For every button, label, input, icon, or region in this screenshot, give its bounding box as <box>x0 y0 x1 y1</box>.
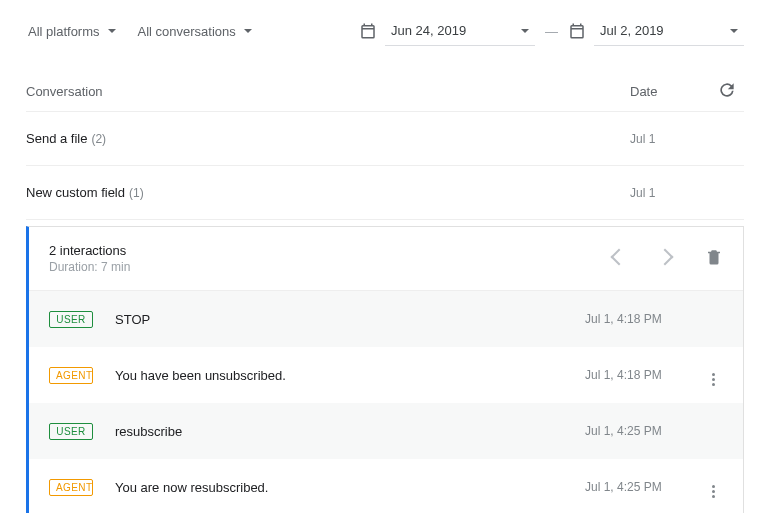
message-text: STOP <box>115 312 585 327</box>
conversation-date: Jul 1 <box>630 132 710 146</box>
conversation-title: Send a file <box>26 131 87 146</box>
platform-dropdown-label: All platforms <box>28 24 100 39</box>
conversation-row[interactable]: New custom field(1)Jul 1 <box>26 166 744 220</box>
delete-button[interactable] <box>705 248 723 269</box>
message-row: AGENTYou have been unsubscribed.Jul 1, 4… <box>29 347 743 403</box>
message-more[interactable] <box>703 364 723 386</box>
more-icon[interactable] <box>712 485 715 498</box>
column-date: Date <box>630 84 710 99</box>
message-row: USERSTOPJul 1, 4:18 PM <box>29 291 743 347</box>
session-header: 2 interactions Duration: 7 min <box>29 227 743 291</box>
message-text: resubscribe <box>115 424 585 439</box>
conversation-title: New custom field <box>26 185 125 200</box>
message-time: Jul 1, 4:25 PM <box>585 424 703 438</box>
message-row: USERresubscribeJul 1, 4:25 PM <box>29 403 743 459</box>
caret-down-icon <box>730 29 738 33</box>
message-row: AGENTYou are now resubscribed.Jul 1, 4:2… <box>29 459 743 513</box>
caret-down-icon <box>521 29 529 33</box>
date-end-picker[interactable]: Jul 2, 2019 <box>594 16 744 46</box>
role-badge: AGENT <box>49 367 93 384</box>
date-range-separator: — <box>535 24 568 39</box>
calendar-icon <box>568 22 586 40</box>
session-interactions-count: 2 interactions <box>49 243 613 258</box>
message-more[interactable] <box>703 476 723 498</box>
platform-dropdown[interactable]: All platforms <box>26 20 126 43</box>
role-badge: USER <box>49 311 93 328</box>
conversation-row[interactable]: Send a file(2)Jul 1 <box>26 112 744 166</box>
conversation-date: Jul 1 <box>630 186 710 200</box>
prev-button[interactable] <box>613 251 625 266</box>
role-badge: USER <box>49 423 93 440</box>
next-button[interactable] <box>659 251 671 266</box>
session-duration: Duration: 7 min <box>49 260 613 274</box>
caret-down-icon <box>108 29 116 33</box>
conversations-dropdown-label: All conversations <box>138 24 236 39</box>
message-time: Jul 1, 4:25 PM <box>585 480 703 494</box>
chevron-right-icon <box>657 249 674 266</box>
caret-down-icon <box>244 29 252 33</box>
message-list: USERSTOPJul 1, 4:18 PMAGENTYou have been… <box>29 291 743 513</box>
calendar-icon <box>359 22 377 40</box>
conversation-list: Send a file(2)Jul 1New custom field(1)Ju… <box>26 112 744 220</box>
filter-bar: All platforms All conversations Jun 24, … <box>26 8 744 54</box>
role-badge: AGENT <box>49 479 93 496</box>
date-start-picker[interactable]: Jun 24, 2019 <box>385 16 535 46</box>
message-time: Jul 1, 4:18 PM <box>585 368 703 382</box>
message-time: Jul 1, 4:18 PM <box>585 312 703 326</box>
conversations-dropdown[interactable]: All conversations <box>136 20 262 43</box>
conversation-count: (1) <box>129 186 144 200</box>
refresh-button[interactable] <box>717 80 737 103</box>
message-text: You are now resubscribed. <box>115 480 585 495</box>
session-card: 2 interactions Duration: 7 min USERSTOPJ… <box>26 226 744 513</box>
date-end-value: Jul 2, 2019 <box>600 23 722 38</box>
table-header: Conversation Date <box>26 54 744 112</box>
more-icon[interactable] <box>712 373 715 386</box>
date-start-value: Jun 24, 2019 <box>391 23 513 38</box>
chevron-left-icon <box>611 249 628 266</box>
message-text: You have been unsubscribed. <box>115 368 585 383</box>
column-conversation: Conversation <box>26 84 630 99</box>
conversation-count: (2) <box>91 132 106 146</box>
